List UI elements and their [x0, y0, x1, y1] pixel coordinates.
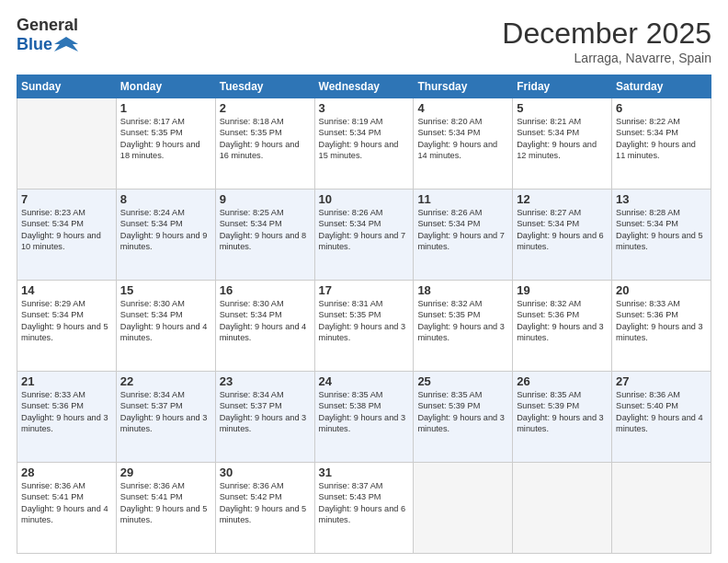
day-number: 24	[319, 374, 410, 388]
table-row: 21Sunrise: 8:33 AMSunset: 5:36 PMDayligh…	[17, 372, 117, 463]
svg-marker-0	[54, 37, 78, 52]
day-number: 16	[220, 283, 311, 297]
table-row	[612, 463, 711, 554]
table-row: 27Sunrise: 8:36 AMSunset: 5:40 PMDayligh…	[612, 372, 711, 463]
day-number: 7	[21, 192, 112, 206]
table-row: 9Sunrise: 8:25 AMSunset: 5:34 PMDaylight…	[215, 190, 314, 281]
cell-info: Sunrise: 8:19 AMSunset: 5:34 PMDaylight:…	[319, 116, 410, 162]
cell-info: Sunrise: 8:29 AMSunset: 5:34 PMDaylight:…	[21, 298, 112, 344]
table-row: 26Sunrise: 8:35 AMSunset: 5:39 PMDayligh…	[513, 372, 612, 463]
cell-info: Sunrise: 8:24 AMSunset: 5:34 PMDaylight:…	[120, 207, 211, 253]
table-row: 3Sunrise: 8:19 AMSunset: 5:34 PMDaylight…	[314, 98, 414, 190]
logo: General Blue	[17, 17, 78, 55]
col-friday: Friday	[513, 75, 612, 98]
cell-info: Sunrise: 8:26 AMSunset: 5:34 PMDaylight:…	[319, 207, 410, 253]
cell-info: Sunrise: 8:34 AMSunset: 5:37 PMDaylight:…	[220, 389, 311, 435]
day-number: 17	[319, 283, 410, 297]
day-number: 28	[21, 465, 112, 479]
table-row: 30Sunrise: 8:36 AMSunset: 5:42 PMDayligh…	[215, 463, 314, 554]
table-row: 6Sunrise: 8:22 AMSunset: 5:34 PMDaylight…	[612, 98, 711, 190]
day-number: 27	[616, 374, 707, 388]
logo-general: General	[17, 17, 78, 35]
day-number: 19	[517, 283, 608, 297]
day-number: 9	[220, 192, 311, 206]
cell-info: Sunrise: 8:30 AMSunset: 5:34 PMDaylight:…	[120, 298, 211, 344]
calendar-week-row: 21Sunrise: 8:33 AMSunset: 5:36 PMDayligh…	[17, 372, 711, 463]
cell-info: Sunrise: 8:36 AMSunset: 5:41 PMDaylight:…	[21, 480, 112, 526]
cell-info: Sunrise: 8:30 AMSunset: 5:34 PMDaylight:…	[220, 298, 311, 344]
day-number: 11	[417, 192, 508, 206]
table-row: 25Sunrise: 8:35 AMSunset: 5:39 PMDayligh…	[414, 372, 513, 463]
table-row: 29Sunrise: 8:36 AMSunset: 5:41 PMDayligh…	[116, 463, 215, 554]
col-sunday: Sunday	[17, 75, 117, 98]
logo-bird-icon	[54, 35, 78, 55]
day-number: 25	[417, 374, 508, 388]
table-row: 2Sunrise: 8:18 AMSunset: 5:35 PMDaylight…	[215, 98, 314, 190]
table-row: 23Sunrise: 8:34 AMSunset: 5:37 PMDayligh…	[215, 372, 314, 463]
cell-info: Sunrise: 8:36 AMSunset: 5:41 PMDaylight:…	[120, 480, 211, 526]
calendar-week-row: 1Sunrise: 8:17 AMSunset: 5:35 PMDaylight…	[17, 98, 711, 190]
table-row: 18Sunrise: 8:32 AMSunset: 5:35 PMDayligh…	[414, 281, 513, 372]
cell-info: Sunrise: 8:35 AMSunset: 5:38 PMDaylight:…	[319, 389, 410, 435]
day-number: 5	[517, 101, 608, 115]
cell-info: Sunrise: 8:33 AMSunset: 5:36 PMDaylight:…	[21, 389, 112, 435]
day-number: 22	[120, 374, 211, 388]
table-row: 11Sunrise: 8:26 AMSunset: 5:34 PMDayligh…	[414, 190, 513, 281]
table-row: 5Sunrise: 8:21 AMSunset: 5:34 PMDaylight…	[513, 98, 612, 190]
cell-info: Sunrise: 8:32 AMSunset: 5:35 PMDaylight:…	[417, 298, 508, 344]
calendar-header-row: Sunday Monday Tuesday Wednesday Thursday…	[17, 75, 711, 98]
day-number: 21	[21, 374, 112, 388]
table-row: 4Sunrise: 8:20 AMSunset: 5:34 PMDaylight…	[414, 98, 513, 190]
title-block: December 2025 Larraga, Navarre, Spain	[502, 17, 711, 65]
cell-info: Sunrise: 8:34 AMSunset: 5:37 PMDaylight:…	[120, 389, 211, 435]
table-row: 7Sunrise: 8:23 AMSunset: 5:34 PMDaylight…	[17, 190, 117, 281]
table-row: 22Sunrise: 8:34 AMSunset: 5:37 PMDayligh…	[116, 372, 215, 463]
day-number: 14	[21, 283, 112, 297]
table-row: 1Sunrise: 8:17 AMSunset: 5:35 PMDaylight…	[116, 98, 215, 190]
day-number: 8	[120, 192, 211, 206]
table-row: 19Sunrise: 8:32 AMSunset: 5:36 PMDayligh…	[513, 281, 612, 372]
calendar-week-row: 7Sunrise: 8:23 AMSunset: 5:34 PMDaylight…	[17, 190, 711, 281]
calendar-table: Sunday Monday Tuesday Wednesday Thursday…	[17, 75, 711, 554]
table-row: 28Sunrise: 8:36 AMSunset: 5:41 PMDayligh…	[17, 463, 117, 554]
cell-info: Sunrise: 8:36 AMSunset: 5:42 PMDaylight:…	[220, 480, 311, 526]
cell-info: Sunrise: 8:17 AMSunset: 5:35 PMDaylight:…	[120, 116, 211, 162]
day-number: 12	[517, 192, 608, 206]
logo-blue: Blue	[17, 36, 52, 54]
cell-info: Sunrise: 8:32 AMSunset: 5:36 PMDaylight:…	[517, 298, 608, 344]
month-title: December 2025	[502, 17, 711, 51]
day-number: 30	[220, 465, 311, 479]
day-number: 2	[220, 101, 311, 115]
cell-info: Sunrise: 8:23 AMSunset: 5:34 PMDaylight:…	[21, 207, 112, 253]
day-number: 15	[120, 283, 211, 297]
table-row	[17, 98, 117, 190]
cell-info: Sunrise: 8:36 AMSunset: 5:40 PMDaylight:…	[616, 389, 707, 435]
calendar-week-row: 28Sunrise: 8:36 AMSunset: 5:41 PMDayligh…	[17, 463, 711, 554]
table-row: 8Sunrise: 8:24 AMSunset: 5:34 PMDaylight…	[116, 190, 215, 281]
table-row: 13Sunrise: 8:28 AMSunset: 5:34 PMDayligh…	[612, 190, 711, 281]
day-number: 18	[417, 283, 508, 297]
calendar-week-row: 14Sunrise: 8:29 AMSunset: 5:34 PMDayligh…	[17, 281, 711, 372]
table-row	[513, 463, 612, 554]
cell-info: Sunrise: 8:25 AMSunset: 5:34 PMDaylight:…	[220, 207, 311, 253]
table-row: 12Sunrise: 8:27 AMSunset: 5:34 PMDayligh…	[513, 190, 612, 281]
table-row: 24Sunrise: 8:35 AMSunset: 5:38 PMDayligh…	[314, 372, 414, 463]
cell-info: Sunrise: 8:37 AMSunset: 5:43 PMDaylight:…	[319, 480, 410, 526]
day-number: 3	[319, 101, 410, 115]
col-saturday: Saturday	[612, 75, 711, 98]
cell-info: Sunrise: 8:35 AMSunset: 5:39 PMDaylight:…	[517, 389, 608, 435]
cell-info: Sunrise: 8:22 AMSunset: 5:34 PMDaylight:…	[616, 116, 707, 162]
cell-info: Sunrise: 8:18 AMSunset: 5:35 PMDaylight:…	[220, 116, 311, 162]
cell-info: Sunrise: 8:35 AMSunset: 5:39 PMDaylight:…	[417, 389, 508, 435]
table-row: 16Sunrise: 8:30 AMSunset: 5:34 PMDayligh…	[215, 281, 314, 372]
day-number: 10	[319, 192, 410, 206]
table-row: 17Sunrise: 8:31 AMSunset: 5:35 PMDayligh…	[314, 281, 414, 372]
cell-info: Sunrise: 8:20 AMSunset: 5:34 PMDaylight:…	[417, 116, 508, 162]
page: General Blue December 2025 Larraga, Nava…	[0, 0, 728, 563]
table-row: 14Sunrise: 8:29 AMSunset: 5:34 PMDayligh…	[17, 281, 117, 372]
day-number: 23	[220, 374, 311, 388]
day-number: 1	[120, 101, 211, 115]
table-row: 10Sunrise: 8:26 AMSunset: 5:34 PMDayligh…	[314, 190, 414, 281]
day-number: 4	[417, 101, 508, 115]
table-row	[414, 463, 513, 554]
